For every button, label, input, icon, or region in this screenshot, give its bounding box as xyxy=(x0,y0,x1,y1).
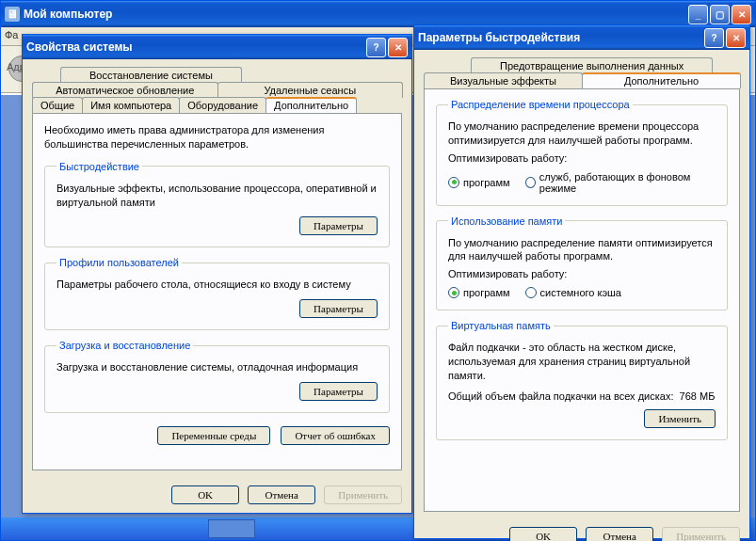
dialog1-ok-button[interactable]: OK xyxy=(171,485,239,504)
dialog1-cancel-button[interactable]: Отмена xyxy=(248,485,315,504)
memory-legend: Использование памяти xyxy=(448,215,565,227)
radio-icon xyxy=(525,287,537,298)
vm-change-button[interactable]: Изменить xyxy=(644,409,716,428)
vm-total-label: Общий объем файла подкачки на всех диска… xyxy=(448,390,673,402)
memory-desc: По умолчанию распределение памяти оптими… xyxy=(448,236,716,264)
radio-icon xyxy=(525,177,536,188)
performance-settings-button[interactable]: Параметры xyxy=(299,216,378,235)
memory-group: Использование памяти По умолчанию распре… xyxy=(436,215,728,311)
dialog2-apply-button: Применить xyxy=(662,527,740,541)
tab-system-restore[interactable]: Восстановление системы xyxy=(60,67,242,83)
dialog2-cancel-button[interactable]: Отмена xyxy=(586,527,653,541)
vm-group: Виртуальная память Файл подкачки - это о… xyxy=(436,320,728,440)
computer-icon: 🖥 xyxy=(5,7,20,22)
taskbar-button[interactable] xyxy=(208,519,255,538)
vm-legend: Виртуальная память xyxy=(448,320,554,331)
menu-fragment[interactable]: Фа xyxy=(5,29,18,40)
tab-dep[interactable]: Предотвращение выполнения данных xyxy=(471,57,713,73)
dialog2-close-button[interactable]: ✕ xyxy=(726,28,746,48)
profiles-settings-button[interactable]: Параметры xyxy=(299,299,378,318)
radio-icon xyxy=(448,287,459,298)
radio-icon xyxy=(448,177,459,188)
dialog2-title: Параметры быстродействия xyxy=(418,31,580,44)
profiles-desc: Параметры рабочего стола, относящиеся ко… xyxy=(56,278,378,292)
cpu-optimize-label: Оптимизировать работу: xyxy=(448,151,716,166)
startup-settings-button[interactable]: Параметры xyxy=(299,382,378,401)
tab-hardware[interactable]: Оборудование xyxy=(179,97,266,113)
startup-group: Загрузка и восстановление Загрузка и вос… xyxy=(44,340,390,413)
intro-text: Необходимо иметь права администратора дл… xyxy=(44,123,390,151)
startup-desc: Загрузка и восстановление системы, отлад… xyxy=(56,360,378,374)
tab-general[interactable]: Общие xyxy=(32,97,83,113)
dialog2-help-button[interactable]: ? xyxy=(704,28,724,48)
performance-group: Быстродействие Визуальные эффекты, испол… xyxy=(44,161,390,248)
system-properties-dialog: Свойства системы ? ✕ Восстановление сист… xyxy=(22,34,412,514)
cpu-opt-programs[interactable]: программ xyxy=(448,177,510,188)
tab-advanced2[interactable]: Дополнительно xyxy=(582,72,741,88)
help-button[interactable]: ? xyxy=(366,38,386,57)
dialog2-ok-button[interactable]: OK xyxy=(509,527,577,541)
tab-advanced[interactable]: Дополнительно xyxy=(265,97,357,113)
dialog1-apply-button: Применить xyxy=(324,485,402,504)
mem-opt-cache[interactable]: системного кэша xyxy=(525,287,621,298)
maximize-button[interactable]: ▢ xyxy=(710,5,730,24)
profiles-legend: Профили пользователей xyxy=(56,257,182,268)
main-titlebar: 🖥 Мой компьютер _ ▢ ✕ xyxy=(1,1,755,27)
profiles-group: Профили пользователей Параметры рабочего… xyxy=(44,257,390,330)
performance-legend: Быстродействие xyxy=(56,161,142,172)
memory-optimize-label: Оптимизировать работу: xyxy=(448,267,716,281)
minimize-button[interactable]: _ xyxy=(688,5,708,24)
error-report-button[interactable]: Отчет об ошибках xyxy=(281,426,390,445)
tab-computer-name[interactable]: Имя компьютера xyxy=(82,97,180,113)
tab-auto-update[interactable]: Автоматическое обновление xyxy=(32,82,218,98)
vm-desc: Файл подкачки - это область на жестком д… xyxy=(448,341,716,383)
vm-total-value: 768 МБ xyxy=(680,390,716,402)
dialog1-title: Свойства системы xyxy=(26,40,133,54)
cpu-desc: По умолчанию распределение времени проце… xyxy=(448,119,716,148)
dialog2-titlebar: Параметры быстродействия ? ✕ xyxy=(414,25,749,50)
cpu-opt-services[interactable]: служб, работающих в фоновом режиме xyxy=(525,171,716,194)
tab-visual-effects[interactable]: Визуальные эффекты xyxy=(424,72,583,88)
cpu-legend: Распределение времени процессора xyxy=(448,99,633,110)
startup-legend: Загрузка и восстановление xyxy=(56,340,193,351)
close-button[interactable]: ✕ xyxy=(732,5,751,24)
dialog1-close-button[interactable]: ✕ xyxy=(388,38,408,57)
cpu-group: Распределение времени процессора По умол… xyxy=(436,99,728,206)
main-title: Мой компьютер xyxy=(24,8,112,21)
env-vars-button[interactable]: Переменные среды xyxy=(157,426,270,445)
mem-opt-programs[interactable]: программ xyxy=(448,287,510,298)
dialog1-titlebar: Свойства системы ? ✕ xyxy=(23,35,411,59)
performance-desc: Визуальные эффекты, использование процес… xyxy=(56,182,378,210)
performance-options-dialog: Параметры быстродействия ? ✕ Предотвраще… xyxy=(413,24,750,539)
tab-remote[interactable]: Удаленные сеансы xyxy=(217,82,404,98)
